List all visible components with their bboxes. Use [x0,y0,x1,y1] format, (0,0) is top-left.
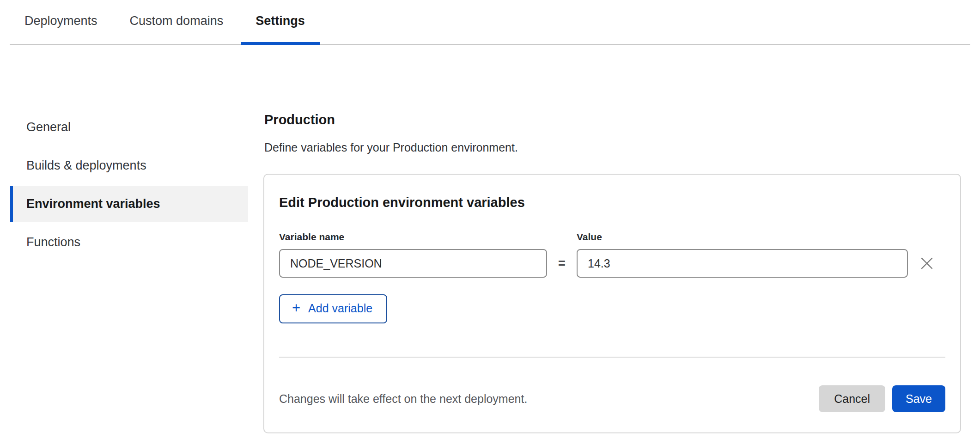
settings-content: General Builds & deployments Environment… [0,45,980,433]
card-divider [279,357,945,358]
add-variable-button[interactable]: + Add variable [279,294,387,323]
environment-variables-panel: Production Define variables for your Pro… [263,110,961,433]
tab-deployments[interactable]: Deployments [10,0,112,44]
field-labels-row: Variable name Value [279,231,945,243]
footer-note: Changes will take effect on the next dep… [279,392,819,406]
add-variable-label: Add variable [308,302,372,315]
section-description: Define variables for your Production env… [264,141,961,154]
x-icon [920,256,934,270]
card-title: Edit Production environment variables [279,195,945,210]
variable-value-input[interactable] [577,249,908,278]
tab-custom-domains[interactable]: Custom domains [115,0,238,44]
settings-sidebar: General Builds & deployments Environment… [10,110,248,263]
cancel-button[interactable]: Cancel [819,385,885,412]
sidebar-item-builds-deployments[interactable]: Builds & deployments [10,148,248,183]
tab-settings[interactable]: Settings [241,0,320,44]
sidebar-item-general[interactable]: General [10,110,248,145]
page-title: Production [264,112,961,128]
sidebar-item-environment-variables[interactable]: Environment variables [10,186,248,222]
equals-sign: = [547,256,577,271]
sidebar-item-functions[interactable]: Functions [10,225,248,260]
environment-variables-card: Edit Production environment variables Va… [263,174,961,433]
variable-name-input[interactable] [279,249,547,278]
save-button[interactable]: Save [892,385,945,412]
value-label: Value [577,231,908,243]
variable-row: = [279,249,945,278]
card-footer: Changes will take effect on the next dep… [279,385,945,412]
remove-variable-button[interactable] [917,253,937,274]
tab-bar: Deployments Custom domains Settings [10,0,970,45]
variable-name-label: Variable name [279,231,547,243]
plus-icon: + [292,301,300,315]
